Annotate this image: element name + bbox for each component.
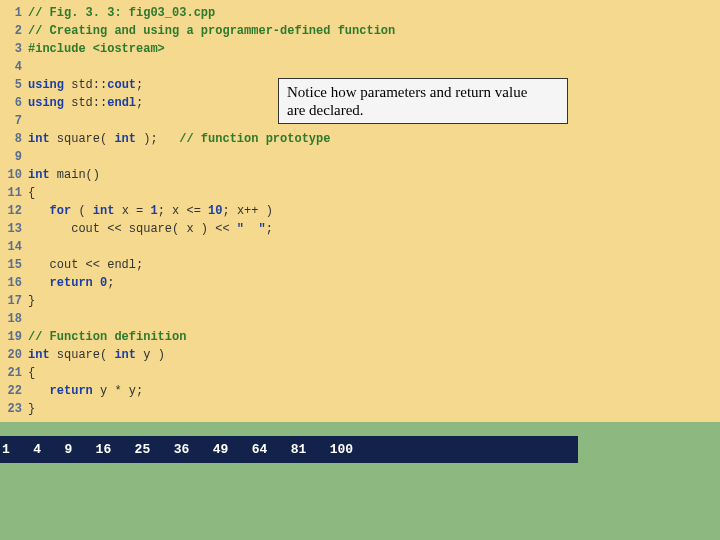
- code-line: 3#include <iostream>: [0, 40, 720, 58]
- code-text: // Function definition: [28, 328, 186, 346]
- code-text: for ( int x = 1; x <= 10; x++ ): [28, 202, 273, 220]
- code-text: cout << square( x ) << " ";: [28, 220, 273, 238]
- line-number: 18: [0, 310, 28, 328]
- code-line: 23}: [0, 400, 720, 418]
- line-number: 5: [0, 76, 28, 94]
- code-text: return 0;: [28, 274, 114, 292]
- code-line: 14: [0, 238, 720, 256]
- code-line: 16 return 0;: [0, 274, 720, 292]
- code-text: return y * y;: [28, 382, 143, 400]
- code-line: 12 for ( int x = 1; x <= 10; x++ ): [0, 202, 720, 220]
- code-line: 18: [0, 310, 720, 328]
- code-text: int square( int y ): [28, 346, 165, 364]
- line-number: 15: [0, 256, 28, 274]
- line-number: 4: [0, 58, 28, 76]
- code-line: 22 return y * y;: [0, 382, 720, 400]
- code-line: 8int square( int ); // function prototyp…: [0, 130, 720, 148]
- code-line: 4: [0, 58, 720, 76]
- code-line: 9: [0, 148, 720, 166]
- code-line: 13 cout << square( x ) << " ";: [0, 220, 720, 238]
- line-number: 23: [0, 400, 28, 418]
- line-number: 3: [0, 40, 28, 58]
- line-number: 22: [0, 382, 28, 400]
- code-text: using std::cout;: [28, 76, 143, 94]
- line-number: 11: [0, 184, 28, 202]
- code-text: {: [28, 364, 35, 382]
- callout-box: Notice how parameters and return value a…: [278, 78, 568, 124]
- callout-line1: Notice how parameters and return value: [287, 83, 559, 101]
- line-number: 10: [0, 166, 28, 184]
- line-number: 12: [0, 202, 28, 220]
- code-text: }: [28, 292, 35, 310]
- program-output: 1 4 9 16 25 36 49 64 81 100: [0, 436, 578, 463]
- code-line: 17}: [0, 292, 720, 310]
- line-number: 6: [0, 94, 28, 112]
- code-line: 11{: [0, 184, 720, 202]
- line-number: 1: [0, 4, 28, 22]
- line-number: 21: [0, 364, 28, 382]
- code-line: 21{: [0, 364, 720, 382]
- code-text: using std::endl;: [28, 94, 143, 112]
- code-text: #include <iostream>: [28, 40, 165, 58]
- line-number: 19: [0, 328, 28, 346]
- line-number: 14: [0, 238, 28, 256]
- code-listing: Notice how parameters and return value a…: [0, 0, 720, 422]
- code-line: 10int main(): [0, 166, 720, 184]
- line-number: 20: [0, 346, 28, 364]
- code-text: int square( int ); // function prototype: [28, 130, 330, 148]
- callout-line2: are declared.: [287, 101, 559, 119]
- code-line: 20int square( int y ): [0, 346, 720, 364]
- line-number: 7: [0, 112, 28, 130]
- code-text: // Fig. 3. 3: fig03_03.cpp: [28, 4, 215, 22]
- code-line: 15 cout << endl;: [0, 256, 720, 274]
- line-number: 16: [0, 274, 28, 292]
- code-text: // Creating and using a programmer-defin…: [28, 22, 395, 40]
- line-number: 13: [0, 220, 28, 238]
- code-line: 1// Fig. 3. 3: fig03_03.cpp: [0, 4, 720, 22]
- line-number: 9: [0, 148, 28, 166]
- code-text: {: [28, 184, 35, 202]
- code-line: 2// Creating and using a programmer-defi…: [0, 22, 720, 40]
- line-number: 8: [0, 130, 28, 148]
- code-text: }: [28, 400, 35, 418]
- line-number: 2: [0, 22, 28, 40]
- code-line: 19// Function definition: [0, 328, 720, 346]
- line-number: 17: [0, 292, 28, 310]
- code-text: int main(): [28, 166, 100, 184]
- code-text: cout << endl;: [28, 256, 143, 274]
